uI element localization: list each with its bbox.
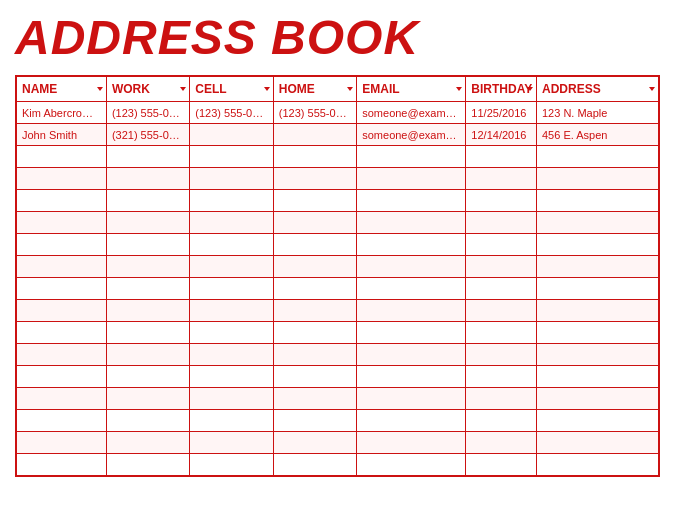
cell-name[interactable]: Kim Abercrombie (17, 102, 107, 124)
cell-cell[interactable] (190, 388, 273, 410)
cell-name[interactable] (17, 256, 107, 278)
cell-work[interactable] (106, 300, 189, 322)
cell-work[interactable] (106, 344, 189, 366)
cell-address[interactable] (536, 454, 658, 476)
cell-birthday[interactable] (466, 146, 537, 168)
cell-email[interactable] (357, 300, 466, 322)
cell-cell[interactable] (190, 212, 273, 234)
cell-birthday[interactable] (466, 234, 537, 256)
cell-address[interactable]: 123 N. Maple (536, 102, 658, 124)
cell-work[interactable] (106, 454, 189, 476)
cell-birthday[interactable] (466, 168, 537, 190)
cell-cell[interactable] (190, 454, 273, 476)
cell-email[interactable] (357, 256, 466, 278)
cell-address[interactable] (536, 234, 658, 256)
cell-work[interactable]: (321) 555-0123 (106, 124, 189, 146)
cell-name[interactable] (17, 278, 107, 300)
cell-address[interactable]: 456 E. Aspen (536, 124, 658, 146)
cell-work[interactable] (106, 234, 189, 256)
cell-email[interactable] (357, 344, 466, 366)
cell-cell[interactable]: (123) 555-0123 (190, 102, 273, 124)
cell-name[interactable] (17, 190, 107, 212)
cell-email[interactable] (357, 322, 466, 344)
cell-work[interactable] (106, 146, 189, 168)
cell-birthday[interactable] (466, 344, 537, 366)
col-header-email[interactable]: EMAIL (357, 77, 466, 102)
cell-name[interactable] (17, 212, 107, 234)
cell-address[interactable] (536, 278, 658, 300)
cell-address[interactable] (536, 168, 658, 190)
cell-work[interactable] (106, 410, 189, 432)
col-header-cell[interactable]: CELL (190, 77, 273, 102)
cell-work[interactable] (106, 432, 189, 454)
cell-work[interactable] (106, 322, 189, 344)
cell-home[interactable] (273, 168, 356, 190)
cell-cell[interactable] (190, 124, 273, 146)
cell-birthday[interactable]: 12/14/2016 (466, 124, 537, 146)
cell-name[interactable] (17, 454, 107, 476)
cell-address[interactable] (536, 190, 658, 212)
cell-address[interactable] (536, 344, 658, 366)
cell-email[interactable] (357, 454, 466, 476)
cell-home[interactable] (273, 344, 356, 366)
cell-name[interactable] (17, 388, 107, 410)
cell-home[interactable] (273, 454, 356, 476)
cell-address[interactable] (536, 146, 658, 168)
cell-birthday[interactable]: 11/25/2016 (466, 102, 537, 124)
cell-home[interactable] (273, 234, 356, 256)
cell-work[interactable]: (123) 555-0123 (106, 102, 189, 124)
cell-cell[interactable] (190, 410, 273, 432)
cell-address[interactable] (536, 388, 658, 410)
cell-home[interactable] (273, 146, 356, 168)
cell-name[interactable] (17, 344, 107, 366)
cell-email[interactable] (357, 146, 466, 168)
cell-email[interactable] (357, 168, 466, 190)
cell-birthday[interactable] (466, 432, 537, 454)
cell-address[interactable] (536, 300, 658, 322)
cell-cell[interactable] (190, 256, 273, 278)
cell-birthday[interactable] (466, 278, 537, 300)
cell-address[interactable] (536, 322, 658, 344)
cell-cell[interactable] (190, 300, 273, 322)
cell-home[interactable] (273, 410, 356, 432)
cell-home[interactable] (273, 300, 356, 322)
cell-name[interactable] (17, 168, 107, 190)
cell-cell[interactable] (190, 234, 273, 256)
cell-cell[interactable] (190, 168, 273, 190)
cell-birthday[interactable] (466, 454, 537, 476)
cell-birthday[interactable] (466, 256, 537, 278)
cell-work[interactable] (106, 256, 189, 278)
cell-email[interactable] (357, 278, 466, 300)
cell-name[interactable]: John Smith (17, 124, 107, 146)
col-header-work[interactable]: WORK (106, 77, 189, 102)
col-header-home[interactable]: HOME (273, 77, 356, 102)
cell-cell[interactable] (190, 432, 273, 454)
cell-cell[interactable] (190, 190, 273, 212)
cell-email[interactable] (357, 366, 466, 388)
cell-cell[interactable] (190, 278, 273, 300)
cell-name[interactable] (17, 234, 107, 256)
cell-cell[interactable] (190, 146, 273, 168)
cell-email[interactable]: someone@example.com (357, 124, 466, 146)
cell-birthday[interactable] (466, 410, 537, 432)
cell-birthday[interactable] (466, 300, 537, 322)
cell-work[interactable] (106, 388, 189, 410)
cell-email[interactable]: someone@example.com (357, 102, 466, 124)
cell-birthday[interactable] (466, 322, 537, 344)
cell-work[interactable] (106, 168, 189, 190)
cell-email[interactable] (357, 388, 466, 410)
col-header-address[interactable]: ADDRESS (536, 77, 658, 102)
cell-address[interactable] (536, 432, 658, 454)
cell-email[interactable] (357, 432, 466, 454)
cell-name[interactable] (17, 410, 107, 432)
cell-home[interactable] (273, 190, 356, 212)
cell-address[interactable] (536, 256, 658, 278)
cell-birthday[interactable] (466, 366, 537, 388)
cell-work[interactable] (106, 278, 189, 300)
cell-name[interactable] (17, 300, 107, 322)
cell-email[interactable] (357, 212, 466, 234)
cell-home[interactable] (273, 256, 356, 278)
cell-work[interactable] (106, 212, 189, 234)
cell-name[interactable] (17, 322, 107, 344)
cell-name[interactable] (17, 432, 107, 454)
